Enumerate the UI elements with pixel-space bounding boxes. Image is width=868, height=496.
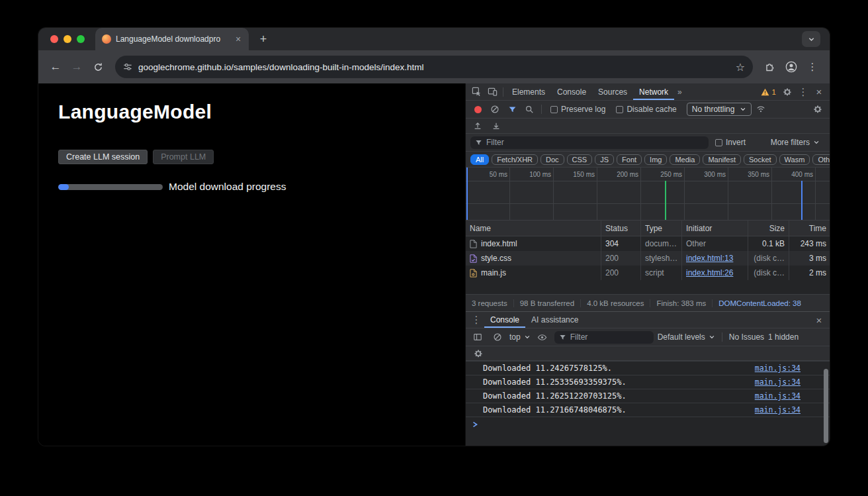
browser-window: LanguageModel downloadpro × + ← → google… bbox=[38, 28, 830, 446]
forward-button[interactable]: → bbox=[67, 58, 86, 76]
column-time[interactable]: Time bbox=[789, 221, 830, 236]
chip-css[interactable]: CSS bbox=[567, 154, 593, 165]
chip-fetch-xhr[interactable]: Fetch/XHR bbox=[492, 154, 538, 165]
site-settings-icon[interactable] bbox=[123, 62, 132, 72]
filter-funnel-icon bbox=[475, 139, 482, 146]
column-name[interactable]: Name bbox=[466, 221, 601, 236]
tab-sources[interactable]: Sources bbox=[592, 83, 633, 100]
devtools-menu-icon[interactable]: ⋮ bbox=[795, 84, 811, 100]
column-status[interactable]: Status bbox=[601, 221, 641, 236]
import-har-icon[interactable] bbox=[470, 118, 486, 134]
chip-all[interactable]: All bbox=[470, 154, 489, 165]
console-settings-icon[interactable] bbox=[470, 346, 486, 362]
tab-favicon-icon bbox=[102, 34, 111, 44]
source-link[interactable]: main.js:34 bbox=[755, 405, 801, 415]
chip-socket[interactable]: Socket bbox=[744, 154, 777, 165]
chevron-down-icon bbox=[808, 36, 815, 43]
tab-strip: LanguageModel downloadpro × + bbox=[38, 28, 830, 50]
drawer-menu-icon[interactable]: ⋮ bbox=[468, 312, 484, 328]
tab-elements[interactable]: Elements bbox=[506, 83, 551, 100]
tab-close-icon[interactable]: × bbox=[233, 34, 243, 44]
table-row[interactable]: style.css 200 stylesh… index.html:13 (di… bbox=[466, 251, 830, 266]
issues-warning-badge[interactable]: 1 bbox=[758, 88, 779, 96]
create-llm-session-button[interactable]: Create LLM session bbox=[58, 150, 148, 164]
close-window-button[interactable] bbox=[50, 35, 58, 43]
initiator-link[interactable]: index.html:26 bbox=[686, 268, 733, 277]
console-settings-row bbox=[466, 346, 830, 361]
log-levels-select[interactable]: Default levels bbox=[658, 332, 715, 342]
network-summary-bar: 3 requests 98 B transferred 4.0 kB resou… bbox=[466, 294, 830, 311]
disable-cache-checkbox[interactable]: Disable cache bbox=[611, 105, 681, 114]
network-conditions-icon[interactable] bbox=[753, 101, 769, 117]
scrollbar-thumb[interactable] bbox=[824, 369, 828, 443]
network-filter-input[interactable] bbox=[486, 138, 704, 147]
chip-img[interactable]: Img bbox=[644, 154, 667, 165]
column-initiator[interactable]: Initiator bbox=[682, 221, 748, 236]
chip-manifest[interactable]: Manifest bbox=[703, 154, 741, 165]
chip-js[interactable]: JS bbox=[595, 154, 614, 165]
preserve-log-checkbox[interactable]: Preserve log bbox=[546, 105, 610, 114]
invert-checkbox[interactable]: Invert bbox=[715, 138, 746, 147]
column-size[interactable]: Size bbox=[748, 221, 789, 236]
console-filter-input[interactable] bbox=[570, 332, 649, 342]
record-network-log-icon[interactable] bbox=[470, 101, 486, 117]
minimize-window-button[interactable] bbox=[64, 35, 71, 43]
chip-media[interactable]: Media bbox=[670, 154, 700, 165]
timeline-dcl-marker bbox=[801, 181, 803, 221]
chip-other[interactable]: Other bbox=[812, 154, 830, 165]
table-row[interactable]: main.js 200 script index.html:26 (disk c… bbox=[466, 266, 830, 280]
browser-menu-button[interactable]: ⋮ bbox=[803, 58, 822, 76]
chevron-down-icon bbox=[709, 334, 715, 340]
bookmark-star-icon[interactable]: ☆ bbox=[736, 61, 745, 74]
chip-font[interactable]: Font bbox=[617, 154, 642, 165]
reload-button[interactable] bbox=[89, 58, 107, 76]
transferred-size: 98 B transferred bbox=[514, 299, 581, 307]
column-type[interactable]: Type bbox=[641, 221, 682, 236]
tick-label: 200 ms bbox=[608, 171, 638, 178]
inspect-element-icon[interactable] bbox=[468, 84, 484, 100]
source-link[interactable]: main.js:34 bbox=[755, 377, 801, 387]
tick-label: 300 ms bbox=[695, 171, 726, 178]
clear-network-log-icon[interactable] bbox=[487, 101, 503, 117]
console-sidebar-icon[interactable] bbox=[470, 329, 486, 345]
browser-tab[interactable]: LanguageModel downloadpro × bbox=[95, 28, 249, 50]
devtools-close-icon[interactable]: × bbox=[811, 84, 827, 100]
more-tabs-icon[interactable]: » bbox=[674, 87, 685, 97]
throttling-select[interactable]: No throttling bbox=[687, 103, 752, 116]
clear-console-icon[interactable] bbox=[490, 329, 505, 345]
chip-doc[interactable]: Doc bbox=[541, 154, 564, 165]
chip-wasm[interactable]: Wasm bbox=[779, 154, 810, 165]
profile-avatar[interactable] bbox=[782, 58, 801, 76]
drawer-tab-ai-assistance[interactable]: AI assistance bbox=[525, 312, 584, 328]
source-link[interactable]: main.js:34 bbox=[755, 391, 801, 401]
search-network-icon[interactable] bbox=[521, 101, 537, 117]
devtools-settings-icon[interactable] bbox=[779, 84, 795, 100]
initiator-link[interactable]: index.html:13 bbox=[686, 254, 733, 263]
drawer-tab-console[interactable]: Console bbox=[484, 312, 525, 328]
extensions-icon[interactable] bbox=[761, 58, 779, 76]
maximize-window-button[interactable] bbox=[77, 35, 85, 43]
tab-console[interactable]: Console bbox=[551, 83, 592, 100]
eye-icon[interactable] bbox=[535, 329, 550, 345]
network-settings-icon[interactable] bbox=[810, 101, 826, 117]
network-overview-timeline[interactable]: 50 ms 100 ms 150 ms 200 ms 250 ms 300 ms… bbox=[466, 168, 830, 221]
prompt-llm-button[interactable]: Prompt LLM bbox=[153, 150, 214, 164]
console-context-select[interactable]: top bbox=[509, 332, 531, 342]
tab-network[interactable]: Network bbox=[633, 83, 674, 100]
new-tab-button[interactable]: + bbox=[254, 30, 273, 48]
progress-fill bbox=[58, 184, 69, 190]
more-filters-dropdown[interactable]: More filters bbox=[771, 138, 820, 147]
console-prompt[interactable] bbox=[466, 417, 830, 431]
back-button[interactable]: ← bbox=[46, 58, 65, 76]
no-issues-label[interactable]: No Issues bbox=[729, 332, 764, 342]
drawer-close-icon[interactable]: × bbox=[811, 312, 827, 328]
address-bar[interactable]: googlechrome.github.io/samples/downloadi… bbox=[115, 56, 753, 78]
filter-toggle-icon[interactable] bbox=[504, 101, 520, 117]
device-toolbar-icon[interactable] bbox=[484, 84, 500, 100]
hidden-messages-label[interactable]: 1 hidden bbox=[768, 332, 799, 342]
export-har-icon[interactable] bbox=[488, 118, 504, 134]
source-link[interactable]: main.js:34 bbox=[755, 364, 801, 373]
console-filter-input-wrap bbox=[554, 331, 654, 344]
tab-search-button[interactable] bbox=[802, 31, 820, 47]
table-row[interactable]: index.html 304 docum… Other 0.1 kB 243 m… bbox=[466, 236, 830, 251]
